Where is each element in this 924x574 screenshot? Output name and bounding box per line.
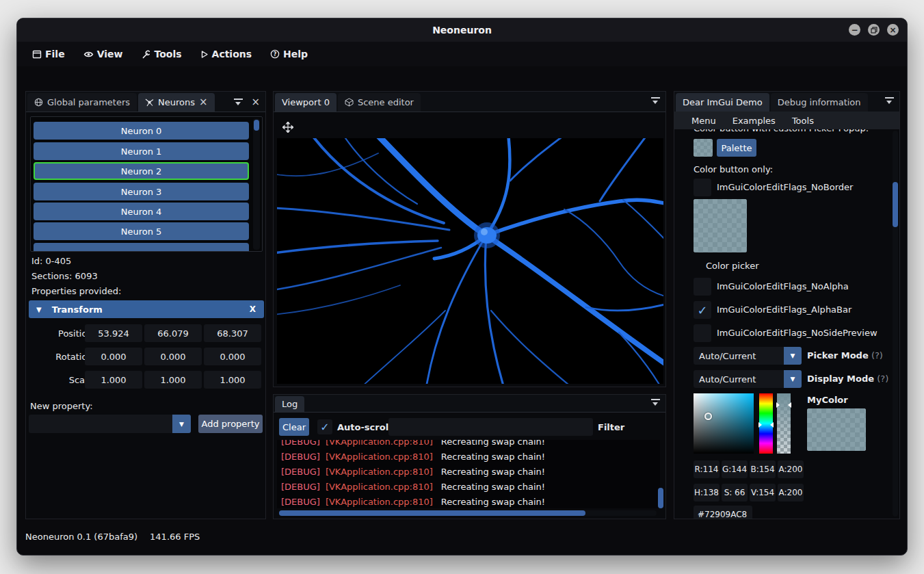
collapse-arrow-icon[interactable]: ▼ — [36, 306, 42, 313]
demo-scrollbar[interactable] — [893, 131, 898, 517]
tab-list-icon[interactable] — [651, 399, 660, 407]
new-property-combo[interactable]: ▼ — [29, 415, 191, 433]
clear-log-button[interactable]: Clear — [279, 418, 309, 436]
demo-menu-menu[interactable]: Menu — [691, 116, 716, 126]
picker-mode-label: Picker Mode (?) — [807, 350, 883, 361]
log-entry-message: Recreating swap chain! — [441, 440, 545, 447]
palette-button[interactable]: Palette — [717, 139, 756, 157]
scale-y-field[interactable]: 1.000 — [144, 371, 202, 389]
menu-help[interactable]: ? Help — [270, 49, 308, 60]
rotation-y-field[interactable]: 0.000 — [144, 348, 202, 365]
add-property-button[interactable]: Add property — [198, 415, 263, 433]
tab-list-icon[interactable] — [885, 97, 894, 105]
tab-list-icon[interactable] — [234, 99, 243, 107]
log-entry: [DEBUG][VKApplication.cpp:810]Recreating… — [281, 465, 660, 480]
tab-neurons-close-icon[interactable]: × — [199, 97, 208, 107]
neuron-item-selected[interactable]: Neuron 2 — [34, 162, 249, 180]
move-gizmo-icon[interactable] — [282, 122, 293, 135]
demo-menu-tools[interactable]: Tools — [792, 116, 814, 126]
minimize-button[interactable]: − — [849, 24, 860, 36]
autoscroll-label[interactable]: Auto-scroll — [337, 422, 392, 432]
close-window-button[interactable]: × — [887, 24, 899, 36]
picker-mode-combo-arrow[interactable]: ▼ — [784, 347, 802, 365]
flag-alphabar-row[interactable]: ✓ ImGuiColorEditFlags_AlphaBar — [694, 301, 892, 319]
neuron-sections-text: Sections: 6093 — [31, 271, 98, 281]
tab-debug-information[interactable]: Debug information — [771, 93, 868, 112]
position-x-field[interactable]: 53.924 — [85, 324, 142, 342]
palette-color-swatch-button[interactable] — [694, 139, 713, 157]
neuron-item[interactable]: Neuron 0 — [34, 122, 249, 140]
log-entry: [DEBUG][VKApplication.cpp:810]Recreating… — [281, 480, 660, 495]
tab-neurons[interactable]: Neurons × — [138, 93, 215, 112]
menu-file[interactable]: File — [32, 49, 65, 60]
eye-icon — [83, 50, 94, 59]
neuron-item[interactable]: Neuron 4 — [34, 203, 249, 220]
neuron-list-scrollbar[interactable] — [253, 118, 260, 250]
rotation-x-field[interactable]: 0.000 — [85, 348, 142, 365]
menu-view[interactable]: View — [83, 49, 123, 60]
neuron-properties-text: Properties provided: — [31, 286, 121, 296]
color-button-big-swatch[interactable] — [694, 199, 747, 252]
log-horizontal-scroll-thumb[interactable] — [279, 510, 585, 516]
tab-global-parameters-label: Global parameters — [47, 97, 130, 107]
scale-z-field[interactable]: 1.000 — [204, 371, 261, 389]
log-filter-input[interactable] — [388, 418, 593, 436]
menu-actions[interactable]: Actions — [200, 49, 252, 60]
neuron-item-clipped[interactable] — [34, 243, 249, 252]
display-mode-combo-arrow[interactable]: ▼ — [784, 370, 802, 388]
transform-close-button[interactable]: X — [250, 304, 256, 314]
position-y-field[interactable]: 66.079 — [144, 324, 202, 342]
hue-bar[interactable] — [759, 393, 773, 454]
demo-menu-examples[interactable]: Examples — [732, 116, 776, 126]
tab-log[interactable]: Log — [275, 396, 304, 412]
tab-viewport-0[interactable]: Viewport 0 — [275, 93, 336, 112]
log-horizontal-scrollbar[interactable] — [279, 510, 657, 516]
log-output[interactable]: [DEBUG][VKApplication.cpp:810]Recreating… — [277, 440, 660, 508]
viewport-render[interactable] — [277, 138, 663, 384]
display-mode-label-text: Display Mode — [807, 374, 874, 384]
my-color-label: MyColor — [807, 395, 848, 405]
value-drag-field[interactable]: V:154 — [750, 484, 776, 501]
transform-header[interactable]: ▼ Transform X — [29, 300, 264, 318]
panel-close-icon[interactable]: × — [251, 97, 260, 107]
menu-tools[interactable]: Tools — [141, 49, 181, 60]
flag-noalpha-row[interactable]: ImGuiColorEditFlags_NoAlpha — [694, 278, 892, 296]
title-bar[interactable]: Neoneuron − × — [17, 18, 907, 42]
picker-mode-help[interactable]: (?) — [871, 350, 883, 361]
hex-input-field[interactable]: #72909AC8 — [694, 506, 752, 519]
display-mode-label: Display Mode (?) — [807, 374, 888, 384]
hue-drag-field[interactable]: H:138 — [694, 484, 720, 501]
scale-x-field[interactable]: 1.000 — [85, 371, 142, 389]
alpha-bar[interactable] — [777, 393, 791, 454]
saturation-drag-field[interactable]: S: 66 — [722, 484, 748, 501]
neuron-item[interactable]: Neuron 3 — [34, 183, 249, 200]
display-mode-combo[interactable]: Auto/Current ▼ — [694, 370, 802, 388]
big-swatch-color — [694, 199, 747, 252]
picker-mode-value: Auto/Current — [699, 351, 756, 361]
picker-mode-combo[interactable]: Auto/Current ▼ — [694, 347, 802, 365]
alpha-drag-field[interactable]: A:200 — [778, 460, 804, 478]
autoscroll-checkbox[interactable]: ✓ — [317, 419, 332, 434]
blue-drag-field[interactable]: B:154 — [750, 460, 776, 478]
rotation-z-field[interactable]: 0.000 — [204, 348, 261, 365]
saturation-value-square[interactable] — [694, 393, 754, 454]
demo-scroll-thumb[interactable] — [893, 182, 898, 227]
alpha2-drag-field[interactable]: A:200 — [778, 484, 804, 501]
position-z-field[interactable]: 68.307 — [204, 324, 261, 342]
display-mode-help[interactable]: (?) — [877, 374, 888, 384]
tab-scene-editor[interactable]: Scene editor — [338, 93, 421, 112]
tab-list-icon[interactable] — [651, 97, 660, 105]
neuron-list-scroll-thumb[interactable] — [254, 120, 259, 131]
log-vertical-scroll-thumb[interactable] — [658, 488, 663, 508]
green-drag-field[interactable]: G:144 — [722, 460, 748, 478]
flag-noborder-row[interactable]: ImGuiColorEditFlags_NoBorder — [694, 179, 892, 196]
menu-actions-label: Actions — [212, 49, 252, 60]
restore-button[interactable] — [868, 24, 880, 36]
neuron-item[interactable]: Neuron 1 — [34, 142, 249, 160]
red-drag-field[interactable]: R:114 — [694, 460, 720, 478]
tab-imgui-demo[interactable]: Dear ImGui Demo — [676, 93, 769, 112]
new-property-combo-arrow-button[interactable]: ▼ — [172, 415, 191, 433]
flag-nosidepreview-row[interactable]: ImGuiColorEditFlags_NoSidePreview — [694, 324, 892, 342]
tab-global-parameters[interactable]: Global parameters — [27, 93, 137, 112]
neuron-item[interactable]: Neuron 5 — [34, 222, 249, 240]
